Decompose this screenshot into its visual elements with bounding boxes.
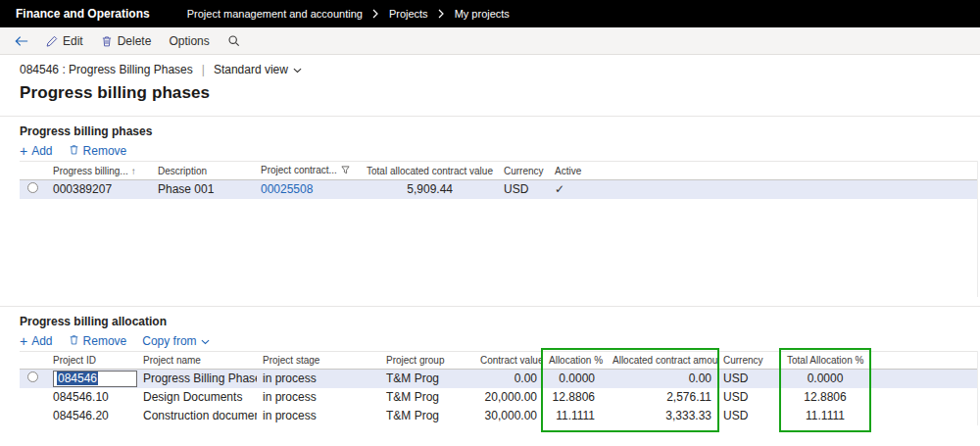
phases-section: Progress billing phases + Add Remove Pro… [0,116,980,297]
project-name-cell[interactable]: Progress Billing Phases [137,369,257,388]
allocated-contract-amount-cell[interactable]: 3,333.33 [607,407,717,425]
column-header-project-stage[interactable]: Project stage [257,351,380,369]
project-stage-cell[interactable]: in process [257,369,380,388]
app-title[interactable]: Finance and Operations [0,7,166,21]
total-allocation-pct-cell[interactable]: 11.1111 [781,407,869,425]
select-all-column[interactable] [20,351,47,369]
back-button[interactable] [6,27,37,54]
phases-add-button[interactable]: + Add [20,144,53,158]
column-header-progress-billing[interactable]: Progress billing...↑ [47,162,152,180]
allocation-add-label: Add [31,334,52,348]
allocation-remove-label: Remove [83,334,127,348]
allocation-remove-button[interactable]: Remove [69,334,127,348]
total-allocation-pct-cell[interactable]: 12.8806 [781,388,869,407]
total-allocation-pct-cell[interactable]: 0.0000 [781,369,869,388]
allocation-grid: Project ID Project name Project stage Pr… [20,351,978,425]
trash-icon [69,334,79,348]
contract-value-cell[interactable]: 30,000.00 [474,407,543,425]
currency-cell[interactable]: USD [717,407,781,425]
breadcrumb-item-projects[interactable]: Projects [389,8,428,20]
project-contract-link[interactable]: 00025508 [261,182,313,196]
row-selector-cell[interactable] [20,369,47,388]
currency-cell[interactable]: USD [717,369,781,388]
view-switcher[interactable]: Standard view [214,63,302,76]
project-stage-cell[interactable]: in process [257,407,380,425]
copy-from-button[interactable]: Copy from [142,334,209,348]
description-cell[interactable]: Phase 001 [152,180,255,199]
column-header-project-id[interactable]: Project ID [47,351,137,369]
allocation-table-row[interactable]: 084546.10 Design Documents in process T&… [20,388,977,407]
project-id-cell[interactable]: 084546.20 [47,407,137,425]
project-contract-cell[interactable]: 00025508 [255,180,361,199]
currency-cell[interactable]: USD [717,388,781,407]
row-selector-cell[interactable] [20,407,47,425]
options-button[interactable]: Options [160,27,218,54]
delete-button-label: Delete [118,34,152,48]
allocation-section-title: Progress billing allocation [0,312,980,330]
progress-billing-cell[interactable]: 000389207 [47,180,152,199]
project-id-cell[interactable]: 084546 [47,369,137,388]
contract-value-cell[interactable]: 0.00 [474,369,543,388]
page-title: Progress billing phases [20,83,960,103]
project-group-cell[interactable]: T&M Prog [380,388,474,407]
phases-header-row: Progress billing...↑ Description Project… [20,162,977,180]
column-header-project-name[interactable]: Project name [137,351,257,369]
column-header-allocation-pct[interactable]: Allocation % [543,351,607,369]
project-group-cell[interactable]: T&M Prog [380,369,474,388]
phases-table-row[interactable]: 000389207 Phase 001 00025508 5,909.44 US… [20,180,977,199]
column-header-active[interactable]: Active [549,162,600,180]
allocated-contract-amount-cell[interactable]: 2,576.11 [607,388,717,407]
column-header-total-allocation-pct[interactable]: Total Allocation % [781,351,869,369]
project-name-cell[interactable]: Design Documents [137,388,257,407]
breadcrumb-item-module[interactable]: Project management and accounting [187,8,363,20]
search-button[interactable] [219,27,249,54]
allocation-table-row[interactable]: 084546 Progress Billing Phases in proces… [20,369,977,388]
column-header-project-group[interactable]: Project group [380,351,474,369]
copy-from-label: Copy from [142,334,196,348]
action-bar: Edit Delete Options [0,27,980,55]
allocation-table-row[interactable]: 084546.20 Construction documents in proc… [20,407,977,425]
allocated-contract-amount-cell[interactable]: 0.00 [607,369,717,388]
active-cell[interactable]: ✓ [549,180,600,199]
options-button-label: Options [169,34,209,48]
trash-icon [69,144,79,158]
total-allocated-contract-value-cell[interactable]: 5,909.44 [361,180,498,199]
column-header-filler [600,162,977,180]
allocation-pct-cell[interactable]: 12.8806 [543,388,607,407]
allocation-pct-cell[interactable]: 0.0000 [543,369,607,388]
plus-icon: + [20,335,27,347]
select-all-column[interactable] [20,162,47,180]
column-header-total-allocated-contract-value[interactable]: Total allocated contract value [361,162,498,180]
column-header-allocated-contract-amount[interactable]: Allocated contract amount [607,351,717,369]
pencil-icon [46,35,58,47]
project-group-cell[interactable]: T&M Prog [380,407,474,425]
contract-value-cell[interactable]: 20,000.00 [474,388,543,407]
allocation-add-button[interactable]: + Add [20,334,53,348]
chevron-right-icon [438,9,445,19]
breadcrumb-item-my-projects[interactable]: My projects [455,8,510,20]
delete-button[interactable]: Delete [92,27,161,54]
column-header-description[interactable]: Description [152,162,255,180]
column-header-currency[interactable]: Currency [498,162,549,180]
project-id-input[interactable]: 084546 [53,371,137,387]
allocation-pct-cell[interactable]: 11.1111 [543,407,607,425]
project-name-cell[interactable]: Construction documents [137,407,257,425]
view-switcher-label: Standard view [214,63,288,76]
column-header-project-contract[interactable]: Project contract... [255,162,361,180]
allocation-header-row: Project ID Project name Project stage Pr… [20,351,977,369]
breadcrumb: Project management and accounting Projec… [187,8,510,20]
project-id-cell[interactable]: 084546.10 [47,388,137,407]
trash-icon [101,35,113,47]
column-header-filler [869,351,977,369]
radio-icon [27,182,38,193]
project-stage-cell[interactable]: in process [257,388,380,407]
phases-remove-button[interactable]: Remove [69,144,127,158]
edit-button[interactable]: Edit [37,27,92,54]
column-header-currency[interactable]: Currency [717,351,781,369]
divider: | [202,63,205,76]
row-selector-cell[interactable] [20,388,47,407]
row-selector-cell[interactable] [20,180,47,199]
currency-cell[interactable]: USD [498,180,549,199]
column-header-contract-value[interactable]: Contract value [474,351,543,369]
search-icon [227,34,240,47]
